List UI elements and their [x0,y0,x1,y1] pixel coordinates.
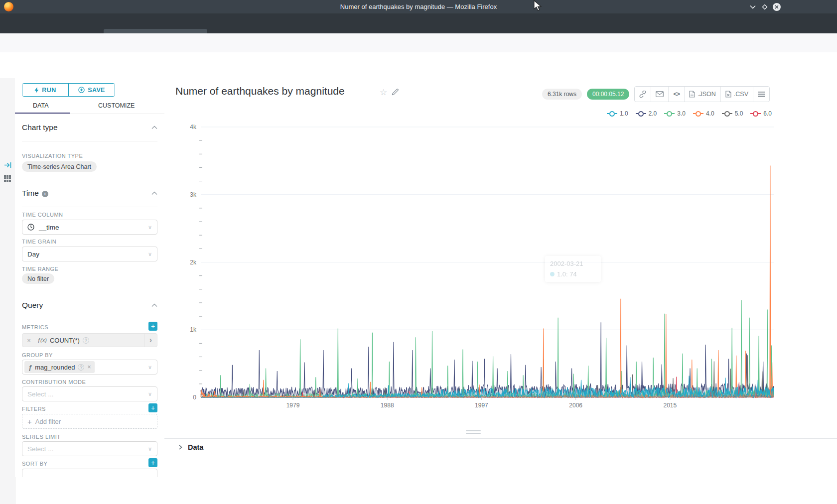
series-line-3.0 [201,300,774,398]
time-range-label: TIME RANGE [22,266,58,272]
chart-tooltip: 2002-03-21 1.0: 74 [545,256,601,282]
copy-link-button[interactable] [635,87,651,102]
run-button[interactable]: RUN [22,84,68,96]
legend-marker [607,111,617,117]
chevron-down-icon: ∨ [148,391,152,397]
x-tick-label: 1988 [381,402,394,409]
add-filter-button[interactable]: + [148,403,157,412]
y-tick-label: 2k [190,259,197,266]
plus-icon: + [27,417,32,426]
chart-panel: Numer of earthquakes by magnitude ☆ 6.31… [164,78,837,504]
browser-tab-bar: Apache Druid × ∞ Numer of earthquakes by… [0,13,837,33]
question-icon[interactable]: ? [83,337,89,344]
export-button-group: <> .JSON .CSV [634,86,770,102]
save-button[interactable]: SAVE [68,84,115,96]
time-range-pill[interactable]: No filter [22,273,54,284]
divider [22,141,157,141]
legend-marker [750,111,761,117]
group-by-token[interactable]: ƒ mag_rounded ? × [24,361,95,373]
divider [22,207,157,207]
fx-icon: ƒ(x) [37,337,47,343]
section-time[interactable]: Timei [22,189,48,198]
legend-label: 5.0 [735,110,743,117]
legend-item-1.0[interactable]: 1.0 [607,110,628,117]
window-maximize-icon[interactable] [760,2,769,11]
divider [15,114,164,114]
chart-menu-button[interactable] [753,87,769,102]
remove-token-icon[interactable]: × [87,364,91,371]
remove-metric-icon[interactable]: × [22,337,35,344]
export-csv-button[interactable]: .CSV [720,87,753,102]
legend-item-6.0[interactable]: 6.0 [750,110,772,117]
group-by-select[interactable]: ƒ mag_rounded ? × ∨ [22,360,157,375]
legend-item-4.0[interactable]: 4.0 [693,110,714,117]
series-limit-label: SERIES LIMIT [22,434,61,440]
tooltip-series-dot [550,272,555,276]
tooltip-value: 1.0: 74 [557,270,577,278]
panel-resize-handle[interactable] [466,430,481,435]
series-line-2.0 [201,322,774,397]
add-filter-dropzone[interactable]: + Add filter [22,414,157,429]
lightning-icon [34,87,39,93]
time-grain-label: TIME GRAIN [22,239,56,245]
time-grain-select[interactable]: Day ∨ [22,247,157,261]
window-titlebar: Numer of earthquakes by magnitude — Mozi… [0,0,837,13]
add-sort-button[interactable]: + [148,458,157,467]
chevron-down-icon: ∨ [148,364,152,371]
file-x-icon [725,91,731,98]
sort-by-label: SORT BY [22,461,47,467]
contribution-mode-label: CONTRIBUTION MODE [22,379,86,385]
chevron-up-icon[interactable] [151,303,157,309]
chevron-up-icon[interactable] [151,126,157,131]
viz-type-label: VISUALIZATION TYPE [22,153,83,159]
legend-label: 2.0 [649,110,657,117]
section-chart-type[interactable]: Chart type [22,123,58,132]
add-metric-button[interactable]: + [148,322,157,331]
query-timer-badge: 00:00:05.12 [587,89,629,100]
window-minimize-icon[interactable] [748,2,757,11]
chart-svg[interactable]: 01k2k3k4k19791988199720062015 [164,120,837,418]
collapse-panel-icon[interactable] [4,162,11,168]
x-tick-label: 2015 [664,402,677,409]
mouse-cursor [533,0,543,12]
legend-marker [693,111,703,117]
chevron-down-icon: ∨ [148,251,152,257]
section-query[interactable]: Query [22,301,43,310]
legend-label: 3.0 [677,110,686,117]
datasource-grid-icon[interactable] [3,174,11,182]
embed-code-button[interactable]: <> [668,87,684,102]
contribution-mode-select[interactable]: Select ... ∨ [22,386,157,401]
question-icon[interactable]: ? [78,364,84,371]
sort-by-select[interactable] [22,469,157,477]
chart-legend: 1.02.03.04.05.06.0 [607,110,772,117]
tab-data[interactable]: DATA [33,102,48,109]
x-tick-label: 1997 [475,402,488,409]
legend-item-2.0[interactable]: 2.0 [636,110,657,117]
expand-metric-icon[interactable]: › [144,334,157,347]
fn-icon: ƒ [28,364,32,371]
favorite-star-icon[interactable]: ☆ [380,87,387,98]
metric-token[interactable]: × ƒ(x) COUNT(*) ? › [22,333,157,347]
edit-title-icon[interactable] [392,88,399,96]
chevron-up-icon[interactable] [151,191,157,197]
y-tick-label: 1k [190,326,197,333]
window-close-icon[interactable] [772,2,781,11]
x-tick-label: 2006 [569,402,582,409]
time-column-select[interactable]: __time ∨ [22,220,157,235]
run-save-group: RUN SAVE [22,83,115,97]
tab-customize[interactable]: CUSTOMIZE [98,102,135,109]
y-tick-label: 4k [190,124,197,130]
filters-label: FILTERS [22,406,46,412]
data-section-header[interactable]: Data [178,443,203,451]
divider [22,319,157,319]
data-section-label: Data [188,443,203,451]
viz-type-pill[interactable]: Time-series Area Chart [22,161,97,172]
legend-item-3.0[interactable]: 3.0 [664,110,686,117]
export-json-button[interactable]: .JSON [684,87,720,102]
control-panel: RUN SAVE DATA CUSTOMIZE Chart type VISUA… [15,78,165,477]
series-limit-select[interactable]: Select ... ∨ [22,441,157,456]
email-button[interactable] [651,87,668,102]
legend-item-5.0[interactable]: 5.0 [722,110,743,117]
browser-toolbar: ← → 172.18.0.3:32108/superset/explore/?f… [0,33,837,53]
chevron-down-icon: ∨ [148,446,152,452]
